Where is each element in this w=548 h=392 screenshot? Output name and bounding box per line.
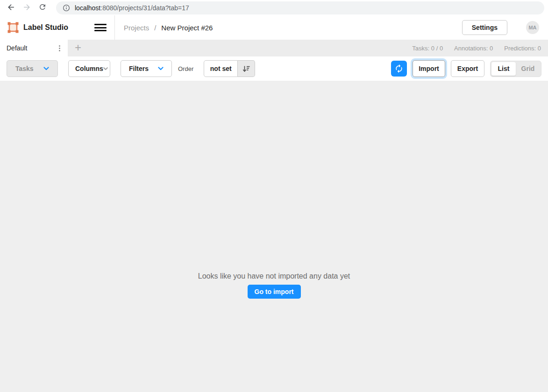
view-toggle-grid[interactable]: Grid xyxy=(516,62,540,76)
url-bar[interactable]: localhost:8080/projects/31/data?tab=17 xyxy=(56,1,544,14)
columns-dropdown-label: Columns xyxy=(75,65,103,72)
breadcrumb-current-project: New Project #26 xyxy=(161,24,213,32)
data-view-empty-area: Looks like you have not imported any dat… xyxy=(0,81,548,392)
toolbar-right: Import Export List Grid xyxy=(391,60,541,77)
order-label: Order xyxy=(178,65,193,72)
add-tab-button[interactable]: + xyxy=(68,40,88,56)
app-title: Label Studio xyxy=(23,23,68,32)
chevron-down-icon xyxy=(158,67,164,70)
caret-down-icon xyxy=(103,67,108,70)
order-value-button[interactable]: not set xyxy=(204,60,238,77)
tab-bar: Default + Tasks: 0 / 0 Annotations: 0 Pr… xyxy=(0,40,548,56)
tab-kebab-menu-icon[interactable] xyxy=(56,43,63,53)
app-logo: Label Studio xyxy=(7,22,68,33)
breadcrumb-separator: / xyxy=(154,24,156,32)
reload-icon xyxy=(38,3,47,13)
forward-arrow-icon xyxy=(22,3,31,13)
user-avatar[interactable]: MA xyxy=(526,21,539,34)
header-right: Settings MA xyxy=(462,20,541,35)
filters-dropdown-button[interactable]: Filters xyxy=(121,60,172,77)
url-path: :8080/projects/31/data?tab=17 xyxy=(100,4,189,12)
view-toggle: List Grid xyxy=(490,61,541,77)
tab-default-label: Default xyxy=(7,44,27,52)
browser-back-button[interactable] xyxy=(5,2,17,14)
breadcrumb: Projects / New Project #26 xyxy=(124,24,213,32)
browser-chrome: localhost:8080/projects/31/data?tab=17 xyxy=(0,0,548,15)
sync-icon xyxy=(394,64,404,73)
browser-forward-button[interactable] xyxy=(21,2,33,14)
label-studio-logo-icon xyxy=(7,22,19,33)
tasks-dropdown-button[interactable]: Tasks xyxy=(7,60,58,77)
url-text: localhost:8080/projects/31/data?tab=17 xyxy=(75,4,189,12)
tasks-count: Tasks: 0 / 0 xyxy=(412,45,443,52)
sort-direction-button[interactable] xyxy=(238,60,255,77)
import-button[interactable]: Import xyxy=(413,60,445,77)
hamburger-menu-icon[interactable] xyxy=(94,23,107,32)
data-manager-toolbar: Tasks Columns Filters Order not set xyxy=(0,56,548,81)
columns-dropdown-button[interactable]: Columns xyxy=(68,60,110,77)
plus-icon: + xyxy=(75,42,81,53)
app-window: localhost:8080/projects/31/data?tab=17 L… xyxy=(0,0,548,392)
app-header: Label Studio Projects / New Project #26 … xyxy=(0,15,548,40)
settings-button[interactable]: Settings xyxy=(462,20,507,35)
tab-stats: Tasks: 0 / 0 Annotations: 0 Predictions:… xyxy=(412,40,548,56)
chevron-down-icon xyxy=(43,67,49,70)
export-button[interactable]: Export xyxy=(451,60,484,77)
browser-reload-button[interactable] xyxy=(36,2,49,14)
tab-default[interactable]: Default xyxy=(0,40,68,56)
page-info-icon[interactable] xyxy=(63,4,70,12)
refresh-button[interactable] xyxy=(391,61,407,77)
view-toggle-list[interactable]: List xyxy=(491,62,516,76)
annotations-count: Annotations: 0 xyxy=(454,45,493,52)
go-to-import-button[interactable]: Go to import xyxy=(248,285,301,299)
url-host: localhost xyxy=(75,4,100,12)
header-divider xyxy=(114,15,115,40)
back-arrow-icon xyxy=(7,3,15,13)
breadcrumb-projects-link[interactable]: Projects xyxy=(124,24,149,32)
predictions-count: Predictions: 0 xyxy=(504,45,541,52)
order-control: not set xyxy=(204,60,255,77)
empty-state-message: Looks like you have not imported any dat… xyxy=(198,272,350,280)
filters-dropdown-label: Filters xyxy=(129,65,149,72)
tasks-dropdown-label: Tasks xyxy=(15,65,34,72)
sort-descending-icon xyxy=(242,65,250,72)
